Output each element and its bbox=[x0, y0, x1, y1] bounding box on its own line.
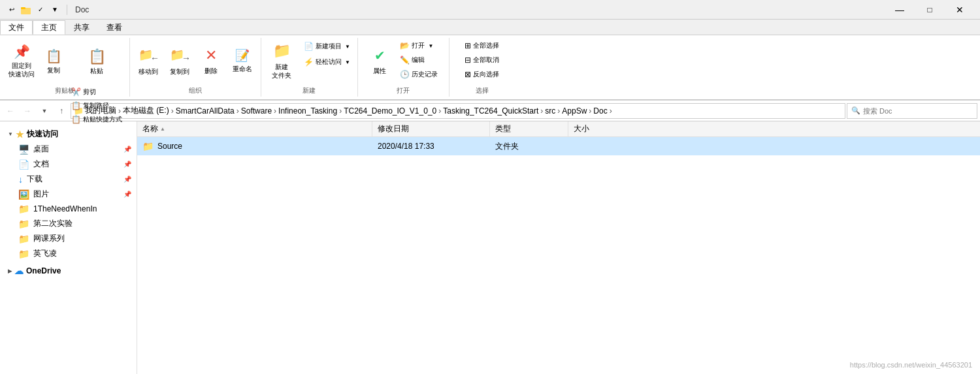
path-item-5[interactable]: TC264_Demo_IO_V1_0_0 bbox=[344, 106, 436, 116]
new-item-btn[interactable]: 📄 新建项目 ▼ bbox=[301, 39, 353, 54]
documents-icon: 📄 bbox=[18, 159, 29, 170]
copy-path-btn[interactable]: 📋 复制路径 bbox=[68, 99, 125, 112]
select-group-label: 选择 bbox=[449, 86, 515, 95]
tab-file[interactable]: 文件 bbox=[0, 20, 33, 35]
new-group-label: 新建 bbox=[261, 86, 357, 95]
copy-btn[interactable]: 📋 复制 bbox=[41, 39, 67, 82]
open-btn[interactable]: 📂 打开 ▼ bbox=[397, 39, 441, 52]
new-item-icon: 📄 bbox=[304, 42, 314, 51]
path-item-8[interactable]: AppSw bbox=[562, 106, 587, 116]
star-icon: ★ bbox=[16, 129, 24, 140]
edit-icon: ✏️ bbox=[400, 55, 410, 65]
sidebar-item-1theneedwhenin[interactable]: 📁 1TheNeedWhenIn bbox=[0, 202, 137, 216]
sidebar-onedrive-header[interactable]: ▶ ☁ OneDrive bbox=[0, 264, 137, 278]
qat-undo-btn[interactable]: ↩ bbox=[5, 3, 18, 16]
main-content: ▼ ★ 快速访问 🖥️ 桌面 📌 📄 文档 📌 ↓ 下载 📌 🖼️ 图片 📌 bbox=[0, 121, 980, 374]
tab-view[interactable]: 查看 bbox=[98, 20, 131, 35]
download-icon: ↓ bbox=[18, 174, 23, 185]
history-btn[interactable]: 🕒 历史记录 bbox=[397, 68, 441, 81]
copy-icon: 📋 bbox=[46, 48, 62, 65]
new-folder-btn[interactable]: 📁 新建 文件夹 bbox=[265, 39, 298, 82]
col-header-date[interactable]: 修改日期 bbox=[372, 121, 490, 136]
delete-btn[interactable]: ✕ 删除 bbox=[197, 39, 225, 82]
sidebar-item-desktop[interactable]: 🖥️ 桌面 📌 bbox=[0, 142, 137, 157]
pin-quick-access-btn[interactable]: 📌 固定到 快速访问 bbox=[4, 39, 39, 82]
invert-icon: ⊠ bbox=[465, 70, 471, 79]
qat-btn-1[interactable]: ✓ bbox=[34, 3, 47, 16]
ribbon-group-select: ⊞ 全部选择 ⊟ 全部取消 ⊠ 反向选择 选择 bbox=[449, 38, 515, 97]
path-item-6[interactable]: Tasking_TC264_QuickStart bbox=[443, 106, 538, 116]
col-header-type[interactable]: 类型 bbox=[490, 121, 568, 136]
close-btn[interactable]: ✕ bbox=[945, 2, 975, 18]
move-to-btn[interactable]: 📁 ← 移动到 bbox=[134, 39, 163, 82]
col-header-size[interactable]: 大小 bbox=[568, 121, 647, 136]
ribbon-group-open: ✔ 属性 📂 打开 ▼ ✏️ 编辑 🕒 历史记录 bbox=[358, 38, 449, 97]
open-icon: 📂 bbox=[400, 41, 410, 50]
paste-btn-group: 📋 粘贴 bbox=[68, 39, 125, 85]
path-item-7[interactable]: src bbox=[545, 106, 555, 116]
picture-icon: 🖼️ bbox=[18, 189, 29, 200]
copy-to-icon: 📁 → bbox=[170, 46, 189, 66]
ribbon-group-organize: 📁 ← 移动到 📁 → 复制到 ✕ bbox=[130, 38, 261, 97]
pin-indicator-3: 📌 bbox=[123, 176, 131, 183]
search-icon: 🔍 bbox=[851, 106, 860, 115]
path-item-3[interactable]: Software bbox=[241, 106, 272, 116]
sidebar-item-documents[interactable]: 📄 文档 📌 bbox=[0, 157, 137, 172]
desktop-icon: 🖥️ bbox=[18, 144, 29, 155]
ribbon-group-new: 📁 新建 文件夹 📄 新建项目 ▼ ⚡ 轻松访问 ▼ 新建 bbox=[261, 38, 358, 97]
sidebar-item-downloads[interactable]: ↓ 下载 📌 bbox=[0, 172, 137, 187]
paste-btn[interactable]: 📋 粘贴 bbox=[68, 39, 125, 85]
tab-home[interactable]: 主页 bbox=[33, 20, 65, 35]
file-name-source: 📁 Source bbox=[137, 137, 372, 155]
organize-group-label: 组织 bbox=[130, 86, 261, 95]
invert-selection-btn[interactable]: ⊠ 反向选择 bbox=[461, 68, 502, 81]
edit-btn[interactable]: ✏️ 编辑 bbox=[397, 54, 441, 67]
pin-indicator-4: 📌 bbox=[123, 191, 131, 198]
address-bar: ← → ▼ ↑ 📁 我的电脑 › 本地磁盘 (E:) › SmartCarAll… bbox=[0, 101, 980, 121]
path-item-2[interactable]: SmartCarAllData bbox=[176, 106, 235, 116]
properties-btn[interactable]: ✔ 属性 bbox=[365, 39, 394, 82]
select-none-btn[interactable]: ⊟ 全部取消 bbox=[461, 54, 502, 67]
sidebar-item-pictures[interactable]: 🖼️ 图片 📌 bbox=[0, 187, 137, 202]
copy-to-btn[interactable]: 📁 → 复制到 bbox=[165, 39, 194, 82]
file-date-source: 2020/4/18 17:33 bbox=[372, 137, 490, 155]
file-row-source[interactable]: 📁 Source 2020/4/18 17:33 文件夹 bbox=[137, 137, 980, 155]
tab-share[interactable]: 共享 bbox=[65, 20, 98, 35]
watermark: https://blog.csdn.net/weixin_44563201 bbox=[850, 361, 972, 369]
path-item-4[interactable]: Infineon_Tasking bbox=[278, 106, 337, 116]
sidebar-item-online-course[interactable]: 📁 网课系列 bbox=[0, 231, 137, 246]
easy-access-btn[interactable]: ⚡ 轻松访问 ▼ bbox=[301, 55, 353, 69]
select-all-icon: ⊞ bbox=[465, 41, 471, 50]
qat-dropdown-btn[interactable]: ▼ bbox=[48, 3, 61, 16]
select-all-btn[interactable]: ⊞ 全部选择 bbox=[461, 39, 502, 52]
sidebar-quickaccess-header[interactable]: ▼ ★ 快速访问 bbox=[0, 127, 137, 142]
sidebar-expand-icon-2: ▶ bbox=[8, 268, 12, 274]
move-icon: 📁 ← bbox=[139, 46, 158, 66]
search-box[interactable]: 🔍 bbox=[847, 103, 977, 119]
address-path[interactable]: 📁 我的电脑 › 本地磁盘 (E:) › SmartCarAllData › S… bbox=[71, 103, 845, 119]
cloud-icon: ☁ bbox=[14, 266, 24, 276]
folder-icon bbox=[21, 5, 31, 15]
delete-icon: ✕ bbox=[205, 46, 217, 65]
folder-icon-3: 📁 bbox=[18, 234, 29, 244]
paste-shortcut-icon: 📋 bbox=[71, 115, 81, 124]
maximize-btn[interactable]: □ bbox=[915, 2, 945, 18]
pin-indicator-2: 📌 bbox=[123, 161, 131, 168]
paste-shortcut-btn[interactable]: 📋 粘贴快捷方式 bbox=[68, 113, 125, 126]
select-none-icon: ⊟ bbox=[465, 55, 471, 65]
path-item-9[interactable]: Doc bbox=[593, 106, 607, 116]
ribbon-group-clipboard: 📌 固定到 快速访问 📋 复制 📋 粘贴 ✂️ 剪切 bbox=[0, 38, 130, 97]
sidebar-expand-icon: ▼ bbox=[8, 131, 13, 137]
search-input[interactable] bbox=[863, 107, 973, 115]
rename-btn[interactable]: 📝 重命名 bbox=[228, 39, 257, 82]
rename-icon: 📝 bbox=[235, 48, 250, 63]
file-size-source bbox=[568, 137, 647, 155]
minimize-btn[interactable]: — bbox=[885, 2, 915, 18]
sidebar-item-yingfeling[interactable]: 📁 英飞凌 bbox=[0, 246, 137, 261]
sidebar-item-second-exp[interactable]: 📁 第二次实验 bbox=[0, 216, 137, 231]
path-item-1[interactable]: 本地磁盘 (E:) bbox=[123, 105, 169, 116]
file-list-header: 名称 ▲ 修改日期 类型 大小 bbox=[137, 121, 980, 137]
open-group-label: 打开 bbox=[358, 86, 449, 95]
pin-indicator: 📌 bbox=[123, 146, 131, 153]
col-header-name[interactable]: 名称 ▲ bbox=[137, 121, 372, 136]
